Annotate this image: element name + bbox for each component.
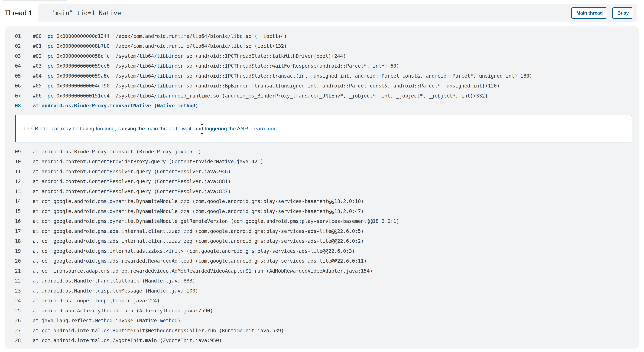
stack-frame-row: 14 at com.google.android.gms.dynamite.Dy… bbox=[5, 196, 639, 206]
frame-number: 02 bbox=[15, 43, 33, 49]
frame-number: 23 bbox=[15, 288, 33, 294]
thread-header: Thread 1 "main" tid=1 Native Main thread… bbox=[5, 3, 638, 22]
frame-text: at com.android.internal.os.ZygoteInit.ma… bbox=[33, 338, 222, 344]
stack-frame-row: 26 at java.lang.reflect.Method.invoke (N… bbox=[5, 316, 639, 326]
frame-text: #06 pc 0x0000000000151ce4 /system/lib64/… bbox=[33, 93, 488, 99]
stack-frame-row: 12 at android.content.ContentResolver.qu… bbox=[5, 177, 639, 187]
frame-text: at com.google.android.gms.dynamite.Dynam… bbox=[33, 198, 364, 204]
frame-text: #01 pc 0x000000000008b7b0 /apex/com.andr… bbox=[33, 43, 287, 49]
frame-number: 17 bbox=[15, 228, 33, 234]
stack-frame-row: 23 at android.os.Handler.dispatchMessage… bbox=[5, 286, 639, 296]
anr-callout: This Binder call may be taking too long,… bbox=[15, 115, 632, 142]
frame-text: at com.google.android.gms.internal.ads.z… bbox=[33, 248, 355, 254]
learn-more-link[interactable]: Learn more bbox=[251, 125, 278, 132]
thread-badges: Main thread Busy bbox=[571, 7, 633, 19]
frame-text: at com.google.android.gms.dynamite.Dynam… bbox=[33, 208, 364, 214]
stack-frame-row: 15 at com.google.android.gms.dynamite.Dy… bbox=[5, 206, 639, 216]
stack-frame-row: 22 at android.os.Handler.handleCallback … bbox=[5, 276, 639, 286]
frame-text: at java.lang.reflect.Method.invoke (Nati… bbox=[33, 318, 180, 324]
stack-trace-panel[interactable]: 01 #00 pc 0x00000000000d1344 /apex/com.a… bbox=[5, 26, 639, 349]
frame-text: at android.os.Looper.loop (Looper.java:2… bbox=[33, 298, 160, 304]
stack-frame-row: 04 #03 pc 0x0000000000059ce8 /system/lib… bbox=[5, 61, 639, 71]
frame-text: #03 pc 0x0000000000059ce8 /system/lib64/… bbox=[33, 63, 399, 69]
stack-frame-row: 07 #06 pc 0x0000000000151ce4 /system/lib… bbox=[5, 91, 639, 101]
stack-frame-row: 17 at com.google.android.gms.ads.interna… bbox=[5, 226, 639, 236]
frame-number: 24 bbox=[15, 298, 33, 304]
busy-badge: Busy bbox=[612, 7, 633, 19]
frame-text: #05 pc 0x000000000004df90 /system/lib64/… bbox=[33, 83, 500, 89]
stack-frame-row: 18 at com.google.android.gms.ads.interna… bbox=[5, 236, 639, 246]
stack-frame-row: 20 at com.google.android.gms.ads.rewarde… bbox=[5, 256, 639, 266]
frame-text: #04 pc 0x0000000000059a8c /system/lib64/… bbox=[33, 73, 532, 79]
stack-frame-row: 13 at android.content.ContentResolver.qu… bbox=[5, 186, 639, 196]
stack-frame-row: 09 at android.os.BinderProxy.transact (B… bbox=[5, 147, 639, 157]
frame-number: 01 bbox=[15, 33, 33, 39]
thread-name: "main" tid=1 Native bbox=[51, 9, 121, 16]
frame-number: 13 bbox=[15, 188, 33, 194]
frame-text: #00 pc 0x00000000000d1344 /apex/com.andr… bbox=[33, 33, 287, 39]
frame-number: 21 bbox=[15, 268, 33, 274]
frame-number: 05 bbox=[15, 73, 33, 79]
frame-number: 10 bbox=[15, 159, 33, 164]
top-edge-divider bbox=[3, 0, 67, 0]
frame-text: at com.google.android.gms.ads.internal.c… bbox=[33, 228, 364, 234]
frame-number: 09 bbox=[15, 149, 33, 155]
stack-frame-row: 10 at android.content.ContentProviderPro… bbox=[5, 157, 639, 167]
frame-text: at com.android.internal.os.RuntimeInit$M… bbox=[33, 328, 284, 334]
stack-frame-row: 11 at android.content.ContentResolver.qu… bbox=[5, 167, 639, 177]
frame-text: at com.google.android.gms.ads.rewarded.R… bbox=[33, 258, 367, 264]
text-cursor-pointer bbox=[200, 124, 203, 134]
frame-number: 04 bbox=[15, 63, 33, 69]
vertical-scrollbar[interactable] bbox=[643, 2, 643, 25]
frame-number: 14 bbox=[15, 198, 33, 204]
frame-number: 27 bbox=[15, 328, 33, 334]
frame-number: 06 bbox=[15, 83, 33, 89]
frame-text: at android.content.ContentResolver.query… bbox=[33, 178, 231, 184]
frame-number: 18 bbox=[15, 238, 33, 244]
stack-frame-row: 16 at com.google.android.gms.dynamite.Dy… bbox=[5, 216, 639, 226]
frame-text: at android.content.ContentResolver.query… bbox=[33, 169, 231, 175]
main-thread-badge: Main thread bbox=[571, 7, 607, 19]
frame-number: 22 bbox=[15, 278, 33, 284]
frame-text: at com.ironsource.adapters.admob.rewarde… bbox=[33, 268, 373, 274]
frame-text: at android.content.ContentResolver.query… bbox=[33, 188, 231, 194]
frame-number: 03 bbox=[15, 53, 33, 59]
stack-frame-row: 06 #05 pc 0x000000000004df90 /system/lib… bbox=[5, 81, 639, 91]
frame-text: at android.content.ContentProviderProxy.… bbox=[33, 159, 263, 164]
frame-text: at android.app.ActivityThread.main (Acti… bbox=[33, 308, 213, 314]
frame-number: 12 bbox=[15, 178, 33, 184]
stack-frame-row: 25 at android.app.ActivityThread.main (A… bbox=[5, 306, 639, 316]
stack-frame-row: 03 #02 pc 0x0000000000058dfc /system/lib… bbox=[5, 51, 639, 61]
stack-frame-row: 08 at android.os.BinderProxy.transactNat… bbox=[5, 101, 639, 111]
frame-number: 16 bbox=[15, 218, 33, 224]
frame-text: at com.google.android.gms.ads.internal.c… bbox=[33, 238, 364, 244]
frame-number: 08 bbox=[15, 103, 33, 109]
frame-text: at android.os.BinderProxy.transact (Bind… bbox=[33, 149, 201, 155]
frame-number: 26 bbox=[15, 318, 33, 324]
thread-name-box: "main" tid=1 Native Main thread Busy bbox=[38, 3, 638, 22]
stack-frame-row: 27 at com.android.internal.os.RuntimeIni… bbox=[5, 326, 639, 336]
frame-number: 25 bbox=[15, 308, 33, 314]
frame-text: at android.os.Handler.dispatchMessage (H… bbox=[33, 288, 198, 294]
thread-title: Thread 1 bbox=[5, 9, 32, 17]
frame-number: 15 bbox=[15, 208, 33, 214]
stack-frame-row: 28 at com.android.internal.os.ZygoteInit… bbox=[5, 336, 639, 346]
stack-frame-row: 05 #04 pc 0x0000000000059a8c /system/lib… bbox=[5, 71, 639, 81]
frame-number: 11 bbox=[15, 169, 33, 175]
anr-callout-message: This Binder call may be taking too long,… bbox=[23, 125, 250, 132]
frame-text: at android.os.Handler.handleCallback (Ha… bbox=[33, 278, 195, 284]
frame-number: 07 bbox=[15, 93, 33, 99]
stack-frame-row: 24 at android.os.Looper.loop (Looper.jav… bbox=[5, 296, 639, 306]
frame-number: 20 bbox=[15, 258, 33, 264]
frame-number: 28 bbox=[15, 338, 33, 344]
frame-text: at com.google.android.gms.dynamite.Dynam… bbox=[33, 218, 399, 224]
frame-number: 19 bbox=[15, 248, 33, 254]
stack-frame-row: 02 #01 pc 0x000000000008b7b0 /apex/com.a… bbox=[5, 41, 639, 51]
stack-frame-row: 19 at com.google.android.gms.internal.ad… bbox=[5, 246, 639, 256]
stack-frame-row: 21 at com.ironsource.adapters.admob.rewa… bbox=[5, 266, 639, 276]
frame-text: at android.os.BinderProxy.transactNative… bbox=[33, 103, 198, 109]
frame-text: #02 pc 0x0000000000058dfc /system/lib64/… bbox=[33, 53, 346, 59]
stack-frame-row: 01 #00 pc 0x00000000000d1344 /apex/com.a… bbox=[5, 31, 639, 41]
